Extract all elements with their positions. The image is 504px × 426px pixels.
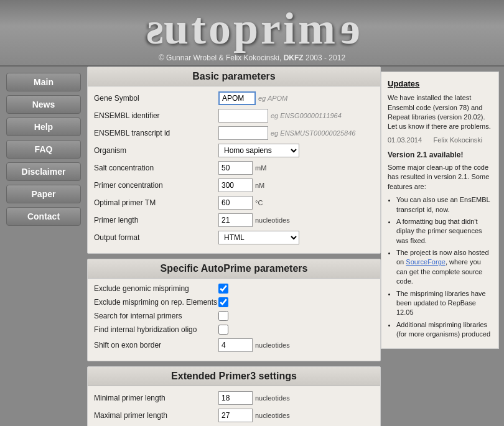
- ensembl-transcript-label: ENSEMBL transcript id: [94, 129, 218, 137]
- ensembl-id-input[interactable]: [218, 109, 268, 123]
- sidebar-item-help[interactable]: Help: [6, 118, 81, 136]
- sidebar-item-paper[interactable]: Paper: [6, 185, 81, 203]
- gene-symbol-input[interactable]: [218, 91, 256, 105]
- exon-border-label: Shift on exon border: [94, 341, 218, 350]
- primer-tm-input[interactable]: [218, 196, 253, 210]
- updates-panel: Updates We have installed the latest Ens…: [381, 72, 499, 349]
- ensembl-transcript-controls: eg ENSMUST00000025846: [218, 126, 355, 140]
- version-intro: Some major clean-up of the code has resu…: [388, 163, 492, 192]
- min-primer-length-input[interactable]: [218, 391, 253, 405]
- ensembl-id-row: ENSEMBL identifier eg ENSG00000111964: [94, 109, 374, 123]
- primer-conc-input[interactable]: [218, 178, 253, 192]
- exon-border-input[interactable]: [218, 338, 253, 352]
- hybridization-oligo-controls: [218, 325, 228, 335]
- min-primer-length-unit: nucleotides: [255, 394, 290, 402]
- exclude-rep-checkbox[interactable]: [218, 297, 228, 307]
- exclude-genomic-checkbox[interactable]: [218, 284, 228, 294]
- updates-date: 01.03.2014: [388, 136, 422, 144]
- primer-tm-controls: °C: [218, 196, 263, 210]
- years: 2003 - 2012: [306, 53, 345, 62]
- hybridization-oligo-label: Find internal hybridization oligo: [94, 325, 218, 334]
- exclude-rep-controls: [218, 297, 228, 307]
- max-primer-length-unit: nucleotides: [255, 412, 290, 419]
- salt-conc-row: Salt concentration mM: [94, 161, 374, 175]
- extended-params-panel: Extended Primer3 settings Minimal primer…: [87, 366, 381, 426]
- salt-conc-controls: mM: [218, 161, 266, 175]
- ensembl-id-label: ENSEMBL identifier: [94, 111, 218, 120]
- sidebar-item-faq[interactable]: FAQ: [6, 140, 81, 159]
- main-layout: MainNewsHelpFAQDisclaimerPaperContact Ba…: [0, 67, 504, 426]
- feature-4: The mispriming libraries have been updat…: [396, 289, 492, 318]
- primer-length-input[interactable]: [218, 213, 253, 227]
- exon-border-controls: nucleotides: [218, 338, 290, 352]
- features-list: You can also use an EnsEMBL transcript i…: [388, 195, 492, 339]
- internal-primers-row: Search for internal primers: [94, 311, 374, 321]
- basic-params-body: Gene Symbol eg APOM ENSEMBL identifier e…: [88, 86, 380, 253]
- internal-primers-controls: [218, 311, 228, 321]
- content-main: Basic parameters Gene Symbol eg APOM ENS…: [87, 67, 381, 426]
- specific-params-body: Exclude genomic mispriming Exclude mispr…: [88, 279, 380, 361]
- basic-params-title: Basic parameters: [88, 67, 380, 86]
- exclude-genomic-row: Exclude genomic mispriming: [94, 284, 374, 294]
- right-column: Updates We have installed the latest Ens…: [381, 67, 504, 426]
- exclude-rep-label: Exclude mispriming on rep. Elements: [94, 298, 218, 307]
- max-primer-length-controls: nucleotides: [218, 409, 290, 422]
- exclude-genomic-label: Exclude genomic mispriming: [94, 284, 218, 293]
- version-title: Version 2.1 available!: [388, 150, 492, 160]
- salt-conc-unit: mM: [255, 164, 266, 172]
- hybridization-oligo-checkbox[interactable]: [218, 325, 228, 335]
- sourceforge-link[interactable]: SourceForge: [406, 258, 446, 266]
- sidebar-item-main[interactable]: Main: [6, 73, 81, 91]
- ensembl-id-controls: eg ENSG00000111964: [218, 109, 342, 123]
- organism-label: Organism: [94, 146, 218, 155]
- exclude-genomic-controls: [218, 284, 228, 294]
- extended-params-body: Minimal primer length nucleotides Maxima…: [88, 386, 380, 426]
- updates-title: Updates: [388, 78, 492, 90]
- organism-controls: Homo sapiens Mus musculus Rattus norvegi…: [218, 144, 299, 157]
- primer-conc-controls: nM: [218, 178, 264, 192]
- updates-author: Felix Kokocinski: [433, 136, 482, 144]
- organism-select[interactable]: Homo sapiens Mus musculus Rattus norvegi…: [218, 144, 299, 157]
- ensembl-transcript-input[interactable]: [218, 126, 268, 140]
- gene-symbol-label: Gene Symbol: [94, 94, 218, 103]
- logo: sutoprime: [0, 6, 504, 51]
- specific-params-title: Specific AutoPrime parameters: [88, 259, 380, 279]
- copyright-line: © Gunnar Wrobel & Felix Kokocinski, DKFZ…: [0, 53, 504, 62]
- primer-tm-unit: °C: [255, 199, 263, 206]
- sidebar-item-contact[interactable]: Contact: [6, 207, 81, 226]
- gene-symbol-hint: eg APOM: [258, 95, 287, 102]
- gene-symbol-controls: eg APOM: [218, 91, 287, 105]
- output-format-label: Output format: [94, 233, 218, 242]
- sidebar: MainNewsHelpFAQDisclaimerPaperContact: [0, 67, 87, 426]
- organism-row: Organism Homo sapiens Mus musculus Rattu…: [94, 144, 374, 157]
- internal-primers-checkbox[interactable]: [218, 311, 228, 321]
- exon-border-unit: nucleotides: [255, 341, 290, 349]
- logo-s: s: [144, 6, 164, 51]
- ensembl-transcript-hint: eg ENSMUST00000025846: [271, 129, 355, 137]
- hybridization-oligo-row: Find internal hybridization oligo: [94, 325, 374, 335]
- feature-3: The project is now also hosted on Source…: [396, 248, 492, 287]
- org-name: DKFZ: [284, 53, 304, 62]
- extended-params-title: Extended Primer3 settings: [88, 367, 380, 386]
- exon-border-row: Shift on exon border nucleotides: [94, 338, 374, 352]
- output-format-controls: HTML Text CSV: [218, 231, 299, 244]
- salt-conc-input[interactable]: [218, 161, 253, 175]
- primer-length-label: Primer length: [94, 216, 218, 225]
- sidebar-item-news[interactable]: News: [6, 95, 81, 114]
- min-primer-length-controls: nucleotides: [218, 391, 290, 405]
- feature-5: Additional mispriming libraries (for mor…: [396, 320, 492, 340]
- specific-params-panel: Specific AutoPrime parameters Exclude ge…: [87, 259, 381, 361]
- sidebar-item-disclaimer[interactable]: Disclaimer: [6, 162, 81, 181]
- ensembl-transcript-row: ENSEMBL transcript id eg ENSMUST00000025…: [94, 126, 374, 140]
- primer-length-controls: nucleotides: [218, 213, 290, 227]
- output-format-select[interactable]: HTML Text CSV: [218, 231, 299, 244]
- primer-conc-row: Primer concentration nM: [94, 178, 374, 192]
- max-primer-length-input[interactable]: [218, 409, 253, 422]
- header: sutoprime © Gunnar Wrobel & Felix Kokoci…: [0, 0, 504, 67]
- primer-tm-row: Optimal primer TM °C: [94, 196, 374, 210]
- min-primer-length-label: Minimal primer length: [94, 394, 218, 402]
- gene-symbol-row: Gene Symbol eg APOM: [94, 91, 374, 105]
- primer-conc-label: Primer concentration: [94, 181, 218, 190]
- primer-length-unit: nucleotides: [255, 216, 290, 224]
- updates-date-line: 01.03.2014 Felix Kokocinski: [388, 136, 492, 145]
